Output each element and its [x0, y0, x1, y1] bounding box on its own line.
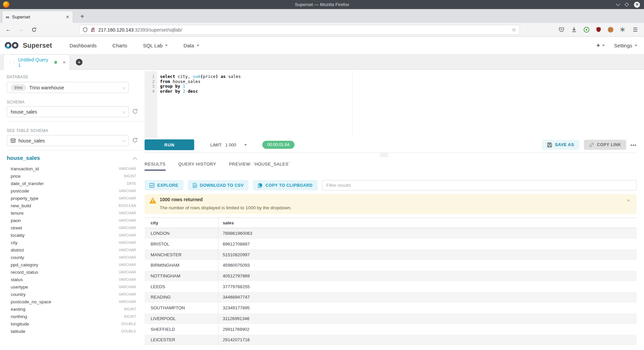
cell-sales: 32349177895: [218, 303, 637, 313]
firefox-logo-icon: [3, 1, 9, 8]
limit-value: 1 000: [225, 142, 236, 147]
column-type: VARCHAR: [119, 248, 136, 252]
nav-data[interactable]: Data: [183, 43, 199, 48]
alert-title: 1000 rows returned: [160, 197, 203, 202]
line-number: 3: [145, 84, 157, 89]
extension-badger-icon[interactable]: [582, 26, 590, 34]
limit-label: LIMIT:: [210, 142, 222, 147]
column-type: VARCHAR: [119, 240, 136, 245]
extension-asterisk-icon[interactable]: [619, 26, 627, 34]
superset-brand[interactable]: Superset: [4, 40, 52, 50]
drag-handle-icon[interactable]: ⋮⋮: [8, 60, 15, 65]
results-table[interactable]: city sales LONDON788861960063BRISTOL6961…: [145, 218, 637, 350]
result-row: SHEFFIELD29911769902: [145, 324, 637, 335]
explore-button[interactable]: EXPLORE: [145, 180, 183, 190]
tracking-shield-icon[interactable]: [83, 27, 88, 32]
cell-city: LEEDS: [145, 281, 218, 292]
browser-tab[interactable]: ∞ Superset ✕: [2, 11, 73, 23]
column-row: property_typeVARCHAR: [7, 194, 145, 202]
collapse-table-icon[interactable]: [133, 157, 137, 162]
resize-handle[interactable]: [380, 154, 388, 157]
results-table-header: city sales: [145, 218, 637, 228]
column-type: BIGINT: [124, 174, 136, 178]
chevron-down-icon: [197, 45, 199, 46]
cell-city: NOTTINGHAM: [145, 271, 218, 281]
header-sales[interactable]: sales: [218, 218, 637, 228]
refresh-table-icon[interactable]: [132, 137, 139, 144]
url-input[interactable]: 217.160.120.143:32393/superset/sqllab/ ☆: [79, 25, 520, 34]
window-minimize-icon[interactable]: [616, 2, 620, 6]
back-button[interactable]: ←: [4, 25, 13, 34]
download-csv-button[interactable]: DOWNLOAD TO CSV: [188, 180, 249, 190]
database-type-badge: trino: [11, 84, 26, 91]
cell-sales: 29142071716: [218, 335, 637, 345]
query-tab[interactable]: ⋮⋮ Untitled Query 1 ×: [3, 54, 70, 70]
line-number: 4: [145, 89, 157, 94]
copy-clipboard-button[interactable]: COPY TO CLIPBOARD: [253, 180, 317, 190]
link-icon: [589, 142, 594, 147]
cell-sales: 788861960063: [218, 228, 637, 239]
column-name: postcode: [11, 188, 29, 193]
limit-dropdown[interactable]: LIMIT: 1 000: [210, 142, 247, 147]
column-row: localityVARCHAR: [7, 231, 145, 239]
code-line: select city, sum(price) as sales: [160, 74, 241, 79]
column-row: date_of_transferDATE: [7, 180, 145, 187]
table-schema-value: house_sales: [18, 138, 45, 143]
chevron-down-icon: [122, 138, 126, 142]
downloads-icon[interactable]: [570, 26, 578, 34]
schema-value: house_sales: [11, 109, 37, 115]
column-row: northingBIGINT: [7, 313, 145, 320]
cell-city: READING: [145, 292, 218, 303]
copy-link-button[interactable]: COPY LINK: [584, 140, 626, 150]
pocket-icon[interactable]: [557, 26, 566, 34]
header-city[interactable]: city: [145, 218, 218, 228]
extension-ublock-icon[interactable]: [594, 26, 602, 34]
column-row: districtVARCHAR: [7, 246, 145, 254]
bookmark-star-icon[interactable]: ☆: [512, 27, 516, 33]
database-select[interactable]: trino Trino warehouse: [7, 82, 129, 93]
more-options-button[interactable]: •••: [631, 142, 637, 147]
table-panel-title[interactable]: house_sales: [7, 155, 40, 161]
tab-preview[interactable]: PREVIEW: `HOUSE_SALES`: [229, 162, 290, 171]
tab-close-icon[interactable]: ✕: [66, 14, 69, 19]
editor-gutter: 1234: [145, 71, 157, 138]
reload-button[interactable]: [30, 25, 38, 34]
result-row: BRISTOL69612708887: [145, 239, 637, 250]
query-tab-close-icon[interactable]: ×: [63, 60, 65, 65]
column-row: postcode_no_spaceVARCHAR: [7, 298, 145, 305]
cell-city: SHEFFIELD: [145, 324, 218, 335]
save-as-button[interactable]: SAVE AS: [542, 140, 579, 150]
result-row: SOUTHAMPTON32349177895: [145, 303, 637, 313]
schema-select[interactable]: house_sales: [7, 106, 129, 117]
column-row: cityVARCHAR: [7, 239, 145, 246]
nav-charts[interactable]: Charts: [112, 43, 127, 48]
new-tab-button[interactable]: +: [78, 12, 87, 21]
add-new-button[interactable]: +: [596, 42, 605, 49]
sql-editor[interactable]: 1234 select city, sum(price) as salesfro…: [145, 71, 637, 138]
tab-query-history[interactable]: QUERY HISTORY: [178, 162, 216, 171]
nav-sql-lab[interactable]: SQL Lab: [143, 43, 168, 48]
filter-results-input[interactable]: [322, 180, 637, 190]
column-name: latitude: [11, 329, 25, 334]
column-type: VARCHAR: [119, 277, 136, 281]
rows-returned-alert: 1000 rows returned The number of rows di…: [145, 194, 637, 214]
tab-results[interactable]: RESULTS: [145, 162, 166, 171]
settings-menu[interactable]: Settings: [614, 43, 637, 48]
column-row: streetVARCHAR: [7, 224, 145, 231]
extension-cookie-icon[interactable]: [606, 26, 614, 34]
forward-button[interactable]: →: [17, 25, 25, 34]
window-close-icon[interactable]: ✕: [634, 2, 640, 8]
lock-insecure-icon[interactable]: [91, 27, 95, 32]
nav-dashboards[interactable]: Dashboards: [69, 43, 97, 48]
run-button[interactable]: RUN: [145, 139, 194, 150]
menu-button[interactable]: ☰: [631, 26, 639, 34]
table-schema-select[interactable]: house_sales: [7, 135, 129, 146]
column-name: transaction_id: [11, 166, 39, 171]
window-maximize-icon[interactable]: [625, 2, 629, 7]
refresh-schema-icon[interactable]: [132, 108, 139, 115]
result-row: LEEDS37779768255: [145, 281, 637, 292]
add-query-tab-button[interactable]: +: [76, 59, 83, 65]
editor-code: select city, sum(price) as salesfrom hou…: [160, 74, 241, 94]
alert-close-icon[interactable]: ×: [627, 198, 630, 203]
column-row: latitudeDOUBLE: [7, 327, 145, 335]
